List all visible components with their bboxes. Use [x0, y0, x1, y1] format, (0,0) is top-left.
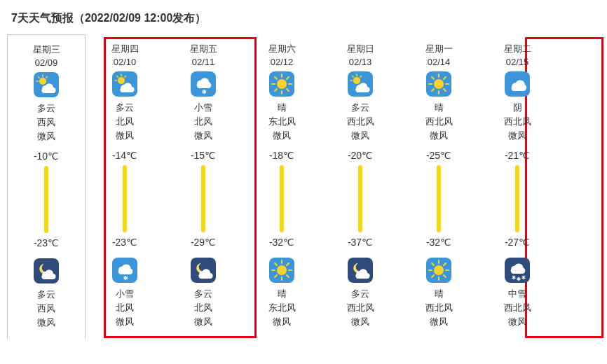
temp-lo: -37℃	[348, 237, 373, 248]
svg-point-46	[434, 79, 444, 89]
weekday: 星期二	[504, 43, 531, 55]
svg-text:✻: ✻	[202, 89, 207, 95]
svg-point-8	[118, 77, 125, 84]
svg-text:✻: ✻	[123, 275, 128, 281]
date: 02/09	[35, 57, 58, 68]
night-wscale: 微风	[116, 315, 134, 329]
temp-lo: -29℃	[191, 237, 216, 248]
day-column[interactable]: 星期二02/15 阴西北风微风-21℃-27℃ ✻✻✻ 中雪西北风微风	[478, 36, 557, 340]
sunny-icon	[269, 71, 294, 97]
night-wscale: 微风	[430, 315, 448, 329]
night-partly-cloudy-icon	[348, 258, 373, 283]
temp-bar	[201, 165, 205, 232]
temp-hi: -21℃	[505, 150, 530, 161]
day-column[interactable]: 星期六02/12 晴东北风微风-18℃-32℃ 晴东北风微风	[243, 36, 321, 340]
day-wind: 北风	[194, 115, 212, 129]
moderate-snow-icon: ✻✻✻	[505, 258, 530, 283]
sunny-icon	[426, 258, 451, 283]
day-wscale: 微风	[430, 129, 448, 143]
night-cond: 小雪	[116, 287, 134, 301]
day-wind: 西北风	[425, 115, 453, 129]
temp-bar	[44, 166, 48, 233]
temp-hi: -25℃	[426, 150, 451, 161]
temp-hi: -18℃	[269, 150, 294, 161]
date: 02/12	[271, 57, 294, 67]
date: 02/15	[506, 57, 529, 67]
temp-hi: -10℃	[34, 150, 59, 162]
temp-block: -10℃-23℃	[34, 150, 59, 248]
night-wind: 东北风	[268, 301, 296, 315]
day-column[interactable]: 星期三02/09 多云西风微风-10℃-23℃ 多云西风微风	[7, 34, 86, 340]
weekday: 星期五	[190, 43, 217, 55]
day-column[interactable]: 星期四02/10 多云北风微风-14℃-23℃ ✻ 小雪北风微风	[86, 36, 164, 340]
temp-lo: -23℃	[34, 237, 59, 248]
temp-hi: -20℃	[348, 150, 373, 161]
night-wscale: 微风	[194, 315, 212, 329]
day-cond: 小雪	[194, 101, 212, 115]
day-wscale: 微风	[116, 129, 134, 143]
svg-text:✻: ✻	[521, 275, 526, 280]
temp-lo: -32℃	[269, 237, 294, 248]
night-partly-cloudy-icon	[191, 258, 216, 283]
night-wind: 西北风	[425, 301, 453, 315]
night-cond: 多云	[194, 287, 212, 301]
light-snow-icon: ✻	[112, 258, 137, 283]
partly-cloudy-icon	[112, 71, 137, 97]
weekday: 星期一	[425, 43, 453, 55]
night-cond: 多云	[351, 287, 369, 301]
day-cond: 多云	[116, 101, 134, 115]
temp-lo: -27℃	[505, 237, 530, 248]
weekday: 星期六	[268, 43, 296, 55]
night-partly-cloudy-icon	[34, 258, 59, 284]
night-wscale: 微风	[273, 315, 291, 329]
weekday: 星期日	[347, 43, 374, 55]
svg-point-29	[277, 265, 287, 275]
forecast-title: 7天天气预报（2022/02/09 12:00发布）	[7, 7, 600, 36]
temp-lo: -23℃	[112, 237, 137, 248]
day-cond: 阴	[513, 101, 522, 115]
svg-text:✻: ✻	[517, 276, 521, 281]
night-cond: 中雪	[508, 287, 526, 301]
day-column[interactable]: 星期一02/14 晴西北风微风-25℃-32℃ 晴西北风微风	[400, 36, 478, 340]
day-wscale: 微风	[37, 130, 55, 144]
night-cond: 晴	[435, 287, 444, 301]
partly-cloudy-icon	[34, 72, 59, 97]
day-wscale: 微风	[194, 129, 212, 143]
date: 02/13	[349, 57, 372, 67]
night-wind: 西北风	[347, 301, 374, 315]
day-column[interactable]: 星期五02/11 ✻ 小雪北风微风-15℃-29℃ 多云北风微风	[164, 36, 243, 340]
night-cond: 多云	[37, 288, 55, 302]
temp-bar	[280, 165, 284, 232]
temp-block: -15℃-29℃	[191, 150, 216, 248]
night-wind: 北风	[116, 301, 134, 315]
day-cond: 晴	[278, 101, 287, 115]
temp-block: -20℃-37℃	[348, 150, 373, 248]
day-wscale: 微风	[351, 129, 369, 143]
svg-point-56	[434, 265, 444, 275]
day-column[interactable]: 星期日02/13 多云西北风微风-20℃-37℃ 多云西北风微风	[321, 36, 400, 340]
temp-bar	[358, 165, 362, 232]
temp-block: -14℃-23℃	[112, 150, 137, 248]
forecast-row: 星期三02/09 多云西风微风-10℃-23℃ 多云西风微风星期四02/10 多…	[7, 36, 600, 340]
temp-bar	[437, 165, 441, 232]
day-wscale: 微风	[273, 129, 291, 143]
temp-bar	[515, 165, 519, 232]
date: 02/14	[428, 57, 451, 67]
partly-cloudy-icon	[348, 71, 373, 97]
temp-block: -18℃-32℃	[269, 150, 294, 248]
day-wind: 东北风	[268, 115, 296, 129]
overcast-icon	[505, 71, 530, 97]
temp-lo: -32℃	[426, 237, 451, 248]
night-cond: 晴	[278, 287, 287, 301]
day-wind: 西北风	[347, 115, 374, 129]
svg-point-1	[39, 78, 46, 85]
night-wind: 北风	[194, 301, 212, 315]
night-wscale: 微风	[37, 316, 55, 330]
temp-hi: -14℃	[112, 150, 137, 161]
night-wscale: 微风	[508, 315, 526, 329]
night-wind: 西风	[37, 302, 55, 316]
temp-block: -21℃-27℃	[505, 150, 530, 248]
sunny-icon	[426, 71, 451, 97]
night-wscale: 微风	[351, 315, 369, 329]
night-wind: 西北风	[504, 301, 531, 315]
